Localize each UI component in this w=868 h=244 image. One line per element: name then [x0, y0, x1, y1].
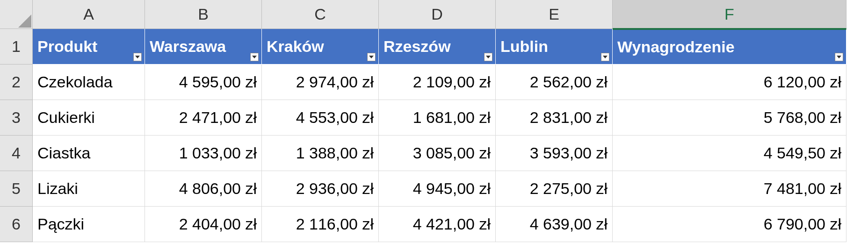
filter-dropdown-icon[interactable]: [484, 53, 492, 61]
spreadsheet-grid[interactable]: A B C D E F 1 Produkt Warszawa Kraków Rz…: [0, 0, 868, 242]
cell-E3[interactable]: 2 831,00 zł: [496, 100, 613, 136]
column-header-C[interactable]: C: [262, 0, 379, 29]
cell-F3[interactable]: 5 768,00 zł: [613, 100, 846, 136]
filter-dropdown-icon[interactable]: [835, 53, 843, 61]
cell-E4[interactable]: 3 593,00 zł: [496, 136, 613, 171]
cell-F4[interactable]: 4 549,50 zł: [613, 136, 846, 171]
header-label: Wynagrodzenie: [617, 38, 735, 56]
filter-dropdown-icon[interactable]: [250, 53, 259, 61]
cell-C3[interactable]: 4 553,00 zł: [262, 100, 379, 136]
cell-F6[interactable]: 6 790,00 zł: [613, 207, 846, 242]
cell-C2[interactable]: 2 974,00 zł: [262, 65, 379, 100]
cell-B2[interactable]: 4 595,00 zł: [145, 65, 262, 100]
cell-F5[interactable]: 7 481,00 zł: [613, 171, 846, 207]
cell-A5[interactable]: Lizaki: [33, 171, 145, 207]
column-header-D[interactable]: D: [379, 0, 496, 29]
table-header-lublin[interactable]: Lublin: [496, 29, 613, 65]
cell-E2[interactable]: 2 562,00 zł: [496, 65, 613, 100]
column-header-E[interactable]: E: [496, 0, 613, 29]
cell-A3[interactable]: Cukierki: [33, 100, 145, 136]
cell-B5[interactable]: 4 806,00 zł: [145, 171, 262, 207]
cell-E6[interactable]: 4 639,00 zł: [496, 207, 613, 242]
cell-A4[interactable]: Ciastka: [33, 136, 145, 171]
filter-dropdown-icon[interactable]: [601, 53, 609, 61]
table-header-krakow[interactable]: Kraków: [262, 29, 379, 65]
cell-D3[interactable]: 1 681,00 zł: [379, 100, 496, 136]
table-header-rzeszow[interactable]: Rzeszów: [379, 29, 496, 65]
cell-D2[interactable]: 2 109,00 zł: [379, 65, 496, 100]
cell-E5[interactable]: 2 275,00 zł: [496, 171, 613, 207]
row-header-6[interactable]: 6: [0, 207, 33, 242]
filter-dropdown-icon[interactable]: [133, 53, 142, 61]
cell-A6[interactable]: Pączki: [33, 207, 145, 242]
table-header-wynagrodzenie[interactable]: Wynagrodzenie: [613, 29, 846, 65]
header-label: Warszawa: [150, 37, 226, 56]
cell-A2[interactable]: Czekolada: [33, 65, 145, 100]
header-label: Rzeszów: [383, 37, 451, 56]
cell-B6[interactable]: 2 404,00 zł: [145, 207, 262, 242]
cell-C4[interactable]: 1 388,00 zł: [262, 136, 379, 171]
header-label: Produkt: [37, 37, 97, 56]
row-header-3[interactable]: 3: [0, 100, 33, 136]
cell-C5[interactable]: 2 936,00 zł: [262, 171, 379, 207]
cell-D4[interactable]: 3 085,00 zł: [379, 136, 496, 171]
filter-dropdown-icon[interactable]: [367, 53, 376, 61]
select-all-corner[interactable]: [0, 0, 33, 29]
column-header-A[interactable]: A: [33, 0, 145, 29]
header-label: Lublin: [500, 37, 548, 56]
table-header-warszawa[interactable]: Warszawa: [145, 29, 262, 65]
header-label: Kraków: [267, 37, 324, 56]
column-header-F[interactable]: F: [613, 0, 846, 29]
cell-D5[interactable]: 4 945,00 zł: [379, 171, 496, 207]
cell-C6[interactable]: 2 116,00 zł: [262, 207, 379, 242]
cell-B3[interactable]: 2 471,00 zł: [145, 100, 262, 136]
row-header-1[interactable]: 1: [0, 29, 33, 65]
row-header-4[interactable]: 4: [0, 136, 33, 171]
cell-B4[interactable]: 1 033,00 zł: [145, 136, 262, 171]
row-header-5[interactable]: 5: [0, 171, 33, 207]
cell-F2[interactable]: 6 120,00 zł: [613, 65, 846, 100]
row-header-2[interactable]: 2: [0, 65, 33, 100]
cell-D6[interactable]: 4 421,00 zł: [379, 207, 496, 242]
column-header-B[interactable]: B: [145, 0, 262, 29]
table-header-produkt[interactable]: Produkt: [33, 29, 145, 65]
